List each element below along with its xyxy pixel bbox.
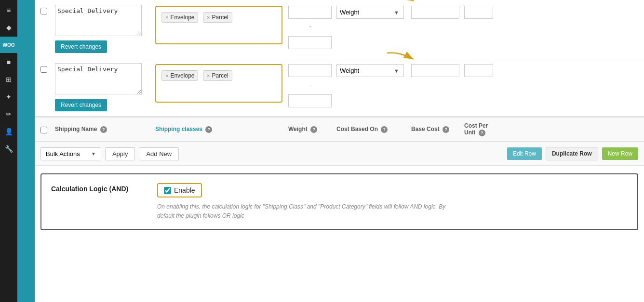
sidebar-icon-box[interactable]: ■ bbox=[0, 54, 17, 70]
row2-tag-parcel: × Parcel bbox=[203, 70, 232, 81]
sidebar2-icon bbox=[17, 2, 35, 18]
bulk-actions-arrow: ▼ bbox=[91, 151, 96, 157]
row1-tag-parcel: × Parcel bbox=[203, 12, 232, 23]
row2-weight-input[interactable]: 5 bbox=[288, 64, 332, 77]
row1-revert-button[interactable]: Revert changes bbox=[55, 40, 107, 53]
row1-classes-col: × Envelope × Parcel bbox=[151, 5, 286, 45]
row1-arrow-svg bbox=[385, 0, 418, 6]
row2-tag-parcel-remove[interactable]: × bbox=[207, 73, 210, 79]
row1-classes-box: × Envelope × Parcel bbox=[155, 6, 282, 44]
apply-button[interactable]: Apply bbox=[105, 147, 135, 160]
sidebar-icon-gear[interactable]: 🔧 bbox=[0, 141, 17, 157]
new-row-button[interactable]: New Row bbox=[602, 147, 638, 160]
row1-cost-based-select[interactable]: Weight Quantity Price ▼ bbox=[336, 6, 404, 19]
table-row: Special Delivery Revert changes × Envelo… bbox=[35, 0, 644, 58]
calc-logic-section: Calculation Logic (AND) Enable On enabli… bbox=[40, 173, 638, 230]
header-cost-based-on: Cost Based On ? bbox=[335, 125, 409, 134]
row2-cost-based-dropdown[interactable]: Weight Quantity Price bbox=[336, 64, 404, 77]
bulk-actions-wrapper: Bulk Actions ▼ bbox=[40, 147, 101, 160]
sidebar-icon-grid[interactable]: ⊞ bbox=[0, 71, 17, 88]
weight-help[interactable]: ? bbox=[310, 126, 317, 133]
header-checkbox[interactable] bbox=[40, 127, 47, 133]
enable-checkbox-wrapper: Enable bbox=[157, 183, 202, 197]
right-actions: Edit Row Duplicate Row New Row bbox=[507, 147, 638, 160]
sidebar-icon-menu[interactable]: ≡ bbox=[0, 2, 17, 18]
row2-cost-per-unit-col: 3 bbox=[462, 63, 496, 78]
calc-description: On enabling this, the calculation logic … bbox=[157, 202, 456, 221]
duplicate-row-button[interactable]: Duplicate Row bbox=[546, 147, 598, 160]
row1-base-cost-input[interactable]: 3 bbox=[411, 6, 459, 19]
row1-cost-based-col: Weight Quantity Price ▼ bbox=[335, 5, 409, 20]
row1-name-col: Special Delivery Revert changes bbox=[55, 5, 151, 53]
main-content: Special Delivery Revert changes × Envelo… bbox=[35, 0, 644, 302]
row2-extra-input[interactable]: 150 bbox=[288, 94, 332, 107]
row2-dash: - bbox=[288, 81, 333, 89]
add-new-button[interactable]: Add New bbox=[139, 147, 179, 160]
row1-tag-envelope: × Envelope bbox=[161, 12, 198, 23]
row1-cost-based-dropdown[interactable]: Weight Quantity Price bbox=[336, 6, 404, 19]
row2-checkbox[interactable] bbox=[40, 66, 47, 73]
cost-based-help[interactable]: ? bbox=[381, 126, 388, 133]
header-weight: Weight ? bbox=[286, 125, 335, 134]
header-shipping-name: Shipping Name ? bbox=[55, 126, 151, 133]
row1-weight-input[interactable]: 0 bbox=[288, 6, 332, 19]
header-base-cost: Base Cost ? bbox=[409, 125, 462, 134]
table-row: Special Delivery Revert changes × Envelo… bbox=[35, 58, 644, 117]
shipping-name-help[interactable]: ? bbox=[100, 126, 107, 133]
sidebar-icon-user[interactable]: 👤 bbox=[0, 123, 17, 140]
header-shipping-classes: Shipping classes ? bbox=[151, 125, 286, 134]
row1-tag-envelope-remove[interactable]: × bbox=[165, 14, 168, 20]
cost-per-unit-help[interactable]: ? bbox=[479, 130, 485, 136]
row2-check-col bbox=[40, 63, 55, 74]
base-cost-help[interactable]: ? bbox=[443, 126, 449, 133]
row1-tag-parcel-remove[interactable]: × bbox=[207, 14, 210, 20]
row2-base-cost-input[interactable]: 7 bbox=[411, 64, 459, 77]
row1-dash: - bbox=[288, 23, 333, 30]
enable-row: Enable bbox=[157, 183, 628, 197]
enable-label: Enable bbox=[174, 186, 195, 194]
sidebar-icon-woo[interactable]: WOO bbox=[0, 37, 17, 53]
row2-name-input[interactable]: Special Delivery bbox=[55, 63, 142, 94]
row2-cost-based-col: Weight Quantity Price ▼ bbox=[335, 63, 409, 78]
row2-revert-button[interactable]: Revert changes bbox=[55, 99, 107, 111]
row1-checkbox[interactable] bbox=[40, 8, 47, 14]
row1-extra-input[interactable]: 5 bbox=[288, 36, 332, 49]
sidebar-secondary bbox=[17, 0, 35, 302]
edit-row-button[interactable]: Edit Row bbox=[507, 147, 542, 160]
sidebar-icon-brush[interactable]: ✏ bbox=[0, 106, 17, 122]
actions-bar: Bulk Actions ▼ Apply Add New Edit Row Du… bbox=[35, 142, 644, 166]
enable-checkbox[interactable] bbox=[164, 187, 171, 194]
sidebar-left: ≡ ◆ WOO ■ ⊞ ✦ ✏ 👤 🔧 bbox=[0, 0, 17, 302]
shipping-classes-help[interactable]: ? bbox=[205, 126, 212, 133]
row2-cost-per-unit-input[interactable]: 3 bbox=[464, 64, 493, 77]
row2-tag-envelope: × Envelope bbox=[161, 70, 198, 81]
header-cost-per-unit: Cost Per Unit ? bbox=[462, 121, 496, 137]
row2-cost-based-select[interactable]: Weight Quantity Price ▼ bbox=[336, 64, 404, 77]
row2-classes-box: × Envelope × Parcel bbox=[155, 64, 282, 103]
row1-cost-per-unit-col: 1 bbox=[462, 5, 496, 20]
row2-arrow-svg bbox=[385, 51, 418, 64]
calc-logic-right: Enable On enabling this, the calculation… bbox=[157, 183, 628, 221]
table-header: Shipping Name ? Shipping classes ? Weigh… bbox=[35, 117, 644, 142]
row2-name-col: Special Delivery Revert changes bbox=[55, 63, 151, 111]
row1-weight-col: 0 - 5 bbox=[286, 5, 335, 50]
row1-cost-per-unit-input[interactable]: 1 bbox=[464, 6, 493, 19]
sidebar-icon-star[interactable]: ✦ bbox=[0, 89, 17, 105]
row2-classes-col: × Envelope × Parcel bbox=[151, 63, 286, 104]
calc-logic-label: Calculation Logic (AND) bbox=[51, 183, 138, 193]
row2-tag-envelope-remove[interactable]: × bbox=[165, 73, 168, 79]
row2-weight-col: 5 - 150 bbox=[286, 63, 335, 108]
row1-check-col bbox=[40, 5, 55, 16]
bulk-actions-select[interactable]: Bulk Actions bbox=[46, 150, 88, 158]
row1-name-input[interactable]: Special Delivery bbox=[55, 5, 142, 36]
sidebar-icon-diamond[interactable]: ◆ bbox=[0, 19, 17, 36]
header-check bbox=[40, 124, 55, 135]
